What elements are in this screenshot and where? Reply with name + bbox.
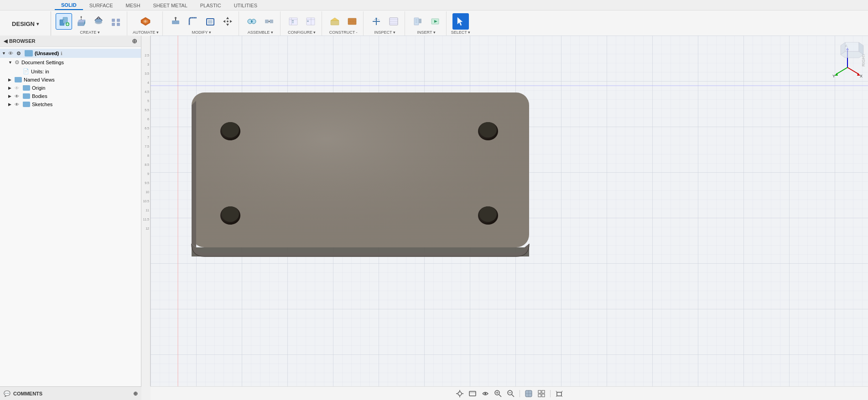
zoom-options-button[interactable]: [505, 388, 517, 399]
svg-rect-20: [172, 21, 179, 24]
display-mode-button[interactable]: [523, 388, 535, 399]
svg-line-114: [556, 396, 557, 397]
tab-plastic[interactable]: PLASTIC: [194, 1, 228, 10]
svg-rect-43: [307, 21, 309, 22]
tab-sheet-metal[interactable]: SHEET METAL: [146, 1, 193, 10]
construct1-button[interactable]: [327, 13, 343, 30]
browser-close-icon[interactable]: ⊕: [132, 37, 137, 45]
svg-rect-60: [419, 19, 421, 23]
orbit-button[interactable]: [479, 388, 491, 399]
svg-rect-94: [469, 391, 476, 396]
tab-surface[interactable]: SURFACE: [83, 1, 120, 10]
ruler-left: 2.5 3 3.5 4 4.5 5 5.5 6 6.5 7 7.5 8 8.5 …: [141, 36, 151, 386]
tab-mesh[interactable]: MESH: [120, 1, 147, 10]
insert1-button[interactable]: [410, 13, 426, 30]
insert2-button[interactable]: [427, 13, 443, 30]
configure-group-label[interactable]: CONFIGURE ▾: [288, 30, 316, 35]
3d-part: [187, 79, 534, 256]
inspect2-button[interactable]: [385, 13, 402, 30]
grid-snap-button[interactable]: [454, 388, 466, 399]
eye-icon-sketches[interactable]: 👁: [15, 102, 22, 107]
svg-text:←→: ←→: [374, 18, 380, 21]
svg-line-113: [561, 391, 562, 392]
svg-marker-63: [457, 17, 463, 26]
shell-button[interactable]: [202, 13, 218, 30]
comments-expand-icon[interactable]: ⊕: [133, 390, 138, 397]
unsaved-settings-icon: ℹ: [61, 51, 62, 56]
fit-screen-button[interactable]: [467, 388, 478, 399]
modify-group-label[interactable]: MODIFY ▾: [192, 30, 211, 35]
tab-solid[interactable]: SOLID: [55, 1, 83, 10]
configure-button2[interactable]: [302, 13, 319, 30]
svg-rect-109: [538, 394, 541, 397]
tool-group-select: SELECT ▾: [448, 11, 473, 36]
tree-arrow-doc-settings: ▼: [8, 60, 15, 65]
svg-point-78: [479, 206, 497, 222]
bodies-label: Bodies: [32, 93, 47, 99]
comments-label: COMMENTS: [13, 391, 42, 396]
svg-rect-13: [112, 19, 115, 22]
svg-rect-56: [414, 18, 419, 25]
construct2-button[interactable]: [344, 13, 360, 30]
tree-item-doc-settings[interactable]: ▼ ⚙ Document Settings: [0, 58, 141, 67]
assemble-group-label[interactable]: ASSEMBLE ▾: [248, 30, 273, 35]
sketches-label: Sketches: [32, 102, 52, 107]
extrude-button[interactable]: [73, 13, 89, 30]
svg-marker-45: [331, 18, 339, 21]
revolve-button[interactable]: [90, 13, 107, 30]
units-label: Units: in: [31, 69, 49, 74]
new-component-button[interactable]: [56, 13, 72, 30]
perspective-button[interactable]: [553, 388, 565, 399]
svg-rect-108: [542, 390, 545, 393]
tool-group-inspect: ←→ INSPECT ▾: [365, 11, 405, 36]
tree-arrow-origin: ▶: [8, 86, 15, 90]
press-pull-button[interactable]: [167, 13, 184, 30]
eye-hidden-icon-origin[interactable]: 👁: [15, 86, 22, 91]
eye-icon-bodies[interactable]: 👁: [15, 94, 22, 99]
top-bar: SOLID SURFACE MESH SHEET METAL PLASTIC U…: [0, 0, 868, 36]
tree-arrow-unsaved: ▼: [2, 51, 8, 56]
configure-button[interactable]: [285, 13, 301, 30]
svg-point-96: [484, 393, 486, 395]
svg-rect-6: [78, 22, 84, 26]
tree-item-unsaved[interactable]: ▼ 👁 ⚙ (Unsaved) ℹ: [0, 49, 141, 58]
viewport-separator-1: [520, 390, 520, 397]
tab-utilities[interactable]: UTILITIES: [228, 1, 264, 10]
svg-marker-27: [230, 20, 232, 23]
tool-group-modify: MODIFY ▾: [165, 11, 239, 36]
svg-rect-38: [292, 20, 294, 21]
folder-icon-named-views: [15, 77, 22, 82]
design-button[interactable]: DESIGN ▾: [0, 11, 51, 36]
folder-icon-unsaved: [25, 50, 33, 56]
svg-point-72: [222, 122, 239, 138]
rigid-group-button[interactable]: [261, 13, 277, 30]
inspect1-button[interactable]: ←→: [368, 13, 385, 30]
grid-options-button[interactable]: [535, 388, 547, 399]
tree-item-origin[interactable]: ▶ 👁 Origin: [0, 84, 141, 92]
inspect-group-label[interactable]: INSPECT ▾: [374, 30, 395, 35]
select-button[interactable]: [452, 13, 469, 30]
select-group-label[interactable]: SELECT ▾: [451, 30, 470, 35]
fillet-button[interactable]: [185, 13, 201, 30]
create-more-button[interactable]: [108, 13, 124, 30]
svg-rect-1: [63, 17, 68, 23]
view-cube[interactable]: [838, 40, 866, 72]
gear-icon-doc-settings: ⚙: [15, 59, 20, 66]
comments-bar[interactable]: 💬 COMMENTS ⊕: [0, 386, 141, 400]
move-button[interactable]: [219, 13, 236, 30]
zoom-fit-button[interactable]: [492, 388, 504, 399]
joint-button[interactable]: [244, 13, 260, 30]
automate-group-label[interactable]: AUTOMATE ▾: [133, 30, 159, 35]
tree-item-sketches[interactable]: ▶ 👁 Sketches: [0, 100, 141, 108]
gear-icon-unsaved[interactable]: ⚙: [16, 51, 24, 56]
viewport[interactable]: Z X Y RIGHT: [151, 36, 868, 386]
doc-settings-label: Document Settings: [21, 60, 64, 65]
insert-group-label[interactable]: INSERT ▾: [417, 30, 436, 35]
create-group-label[interactable]: CREATE ▾: [80, 30, 99, 35]
tree-item-units[interactable]: ▶ 📄 Units: in: [0, 67, 141, 76]
automate-button[interactable]: ⚙: [137, 13, 154, 30]
tree-item-named-views[interactable]: ▶ Named Views: [0, 76, 141, 84]
tree-item-bodies[interactable]: ▶ 👁 Bodies: [0, 92, 141, 100]
eye-icon-unsaved[interactable]: 👁: [8, 51, 16, 56]
construct-group-label[interactable]: CONSTRUCT -: [329, 30, 358, 35]
